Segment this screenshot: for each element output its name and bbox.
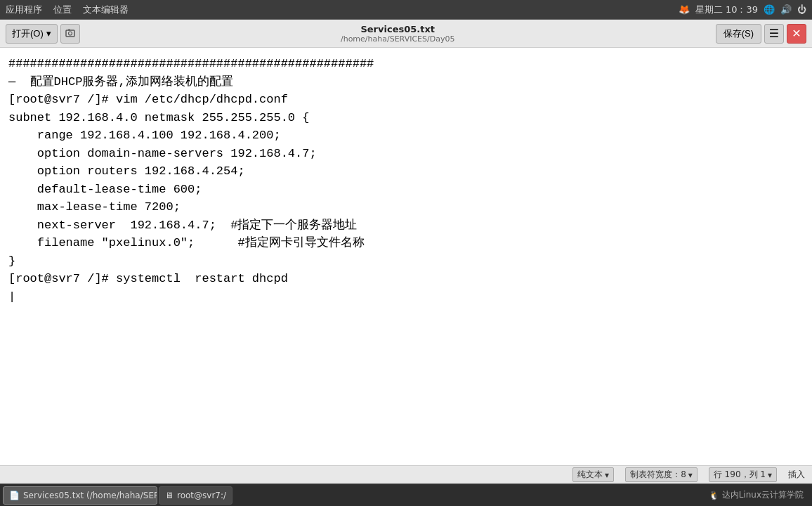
text-editor-menu[interactable]: 文本编辑器 <box>83 4 129 16</box>
svg-rect-2 <box>68 29 70 30</box>
editor-line: default-lease-time 600; <box>8 181 804 199</box>
menu-button[interactable]: ☰ <box>764 24 784 44</box>
org-icon: 🐧 <box>709 491 719 500</box>
taskbar-item-terminal[interactable]: 🖥 root@svr7:/ <box>159 486 233 505</box>
title-area: Services05.txt /home/haha/SERVICES/Day05 <box>83 24 713 44</box>
terminal-task-label: root@svr7:/ <box>177 491 226 500</box>
toolbar-right: 保存(S) ☰ ✕ <box>716 24 806 44</box>
tab-width-status: 制表符宽度：8 ▾ <box>625 467 698 482</box>
taskbar-item-editor[interactable]: 📄 Services05.txt (/home/haha/SERVIC... <box>3 486 157 505</box>
editor-line: filename "pxelinux.0"; #指定网卡引导文件名称 <box>8 234 804 252</box>
editor-line: option domain-name-servers 192.168.4.7; <box>8 145 804 163</box>
terminal-task-icon: 🖥 <box>165 491 173 500</box>
volume-icon: 🔊 <box>780 4 792 15</box>
taskbar: 📄 Services05.txt (/home/haha/SERVIC... 🖥… <box>0 484 812 506</box>
editor-line: — 配置DHCP服务器,添加网络装机的配置 <box>8 73 804 91</box>
save-button[interactable]: 保存(S) <box>716 24 761 44</box>
svg-point-1 <box>68 32 72 35</box>
file-title: Services05.txt <box>360 24 435 34</box>
tab-width-label: 制表符宽度：8 <box>630 469 686 481</box>
svg-rect-0 <box>66 30 74 37</box>
editor-line: [root@svr7 /]# systemctl restart dhcpd <box>8 270 804 288</box>
location-menu[interactable]: 位置 <box>53 4 72 16</box>
firefox-icon: 🦊 <box>679 4 690 15</box>
editor-task-label: Services05.txt (/home/haha/SERVIC... <box>23 491 157 500</box>
main-window: 打开(O) ▾ Services05.txt /home/haha/SERVIC… <box>0 20 812 484</box>
screenshot-icon <box>65 28 76 39</box>
file-path: /home/haha/SERVICES/Day05 <box>341 34 455 44</box>
taskbar-right: 🐧 达内Linux云计算学院 <box>703 489 809 501</box>
plain-text-dropdown[interactable]: 纯文本 ▾ <box>572 467 614 482</box>
position-chevron: ▾ <box>768 470 772 480</box>
toolbar: 打开(O) ▾ Services05.txt /home/haha/SERVIC… <box>0 20 812 48</box>
editor-line: } <box>8 252 804 271</box>
editor-line: [root@svr7 /]# vim /etc/dhcp/dhcpd.conf <box>8 91 804 109</box>
open-button[interactable]: 打开(O) ▾ <box>6 24 58 44</box>
tab-width-chevron: ▾ <box>688 470 693 480</box>
position-status: 行 190，列 1 ▾ <box>709 467 777 482</box>
power-icon: ⏻ <box>797 4 806 15</box>
mode-label: 插入 <box>788 469 805 481</box>
plain-text-chevron: ▾ <box>605 470 609 480</box>
editor-content[interactable]: ########################################… <box>0 48 812 465</box>
editor-line: next-server 192.168.4.7; #指定下一个服务器地址 <box>8 216 804 235</box>
status-bar: 纯文本 ▾ 制表符宽度：8 ▾ 行 190，列 1 ▾ 插入 <box>0 465 812 484</box>
org-label: 🐧 达内Linux云计算学院 <box>703 489 809 501</box>
position-label: 行 190，列 1 <box>714 469 766 481</box>
datetime: 星期二 10：39 <box>695 4 758 16</box>
tab-width-dropdown[interactable]: 制表符宽度：8 ▾ <box>625 467 698 482</box>
org-name: 达内Linux云计算学院 <box>722 489 804 501</box>
editor-line <box>8 288 804 306</box>
network-icon: 🌐 <box>764 4 775 15</box>
system-bar: 应用程序 位置 文本编辑器 🦊 星期二 10：39 🌐 🔊 ⏻ <box>0 0 812 20</box>
plain-text-label: 纯文本 <box>577 469 603 481</box>
app-menu[interactable]: 应用程序 <box>6 4 42 16</box>
system-bar-right: 🦊 星期二 10：39 🌐 🔊 ⏻ <box>679 4 806 16</box>
screenshot-button[interactable] <box>60 24 80 44</box>
plain-text-status: 纯文本 ▾ <box>572 467 614 482</box>
position-dropdown[interactable]: 行 190，列 1 ▾ <box>709 467 777 482</box>
editor-line: ########################################… <box>8 55 804 73</box>
editor-line: max-lease-time 7200; <box>8 198 804 216</box>
editor-task-icon: 📄 <box>9 491 20 500</box>
open-dropdown-icon: ▾ <box>46 28 51 39</box>
editor-line: option routers 192.168.4.254; <box>8 162 804 181</box>
mode-status: 插入 <box>788 469 805 481</box>
system-bar-left: 应用程序 位置 文本编辑器 <box>6 4 129 16</box>
open-label: 打开(O) <box>12 27 44 40</box>
editor-line: subnet 192.168.4.0 netmask 255.255.255.0… <box>8 109 804 127</box>
close-button[interactable]: ✕ <box>787 24 806 44</box>
editor-line: range 192.168.4.100 192.168.4.200; <box>8 126 804 145</box>
